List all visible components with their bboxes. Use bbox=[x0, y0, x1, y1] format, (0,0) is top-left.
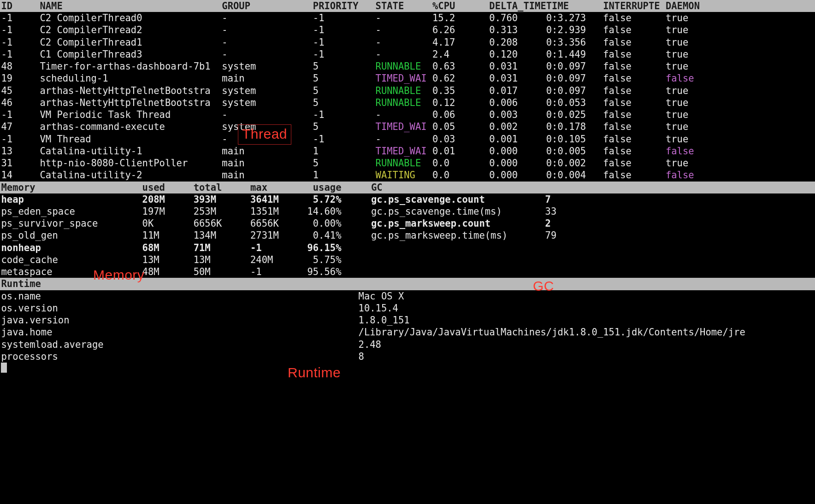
thread-state: - bbox=[376, 12, 432, 24]
mem-used: 48M bbox=[142, 266, 194, 278]
gc-row: gc.ps_marksweep.time(ms)79 bbox=[369, 229, 815, 241]
thread-delta: 0.120 bbox=[489, 48, 546, 60]
memory-row: ps_eden_space197M253M1351M14.60% bbox=[0, 205, 369, 217]
th-daemon: DAEMON bbox=[666, 0, 700, 12]
thread-name: C2 CompilerThread0 bbox=[40, 12, 222, 24]
thread-state: - bbox=[376, 24, 432, 36]
thread-time: 0:0.105 bbox=[546, 133, 603, 145]
thread-interrupted: false bbox=[603, 109, 666, 121]
memory-row: ps_survivor_space0K6656K6656K0.00% bbox=[0, 217, 369, 229]
thread-daemon: true bbox=[666, 121, 700, 133]
mem-total: 50M bbox=[194, 266, 250, 278]
gc-row: gc.ps_scavenge.count7 bbox=[369, 193, 815, 205]
thread-group: main bbox=[222, 169, 313, 181]
thread-group: main bbox=[222, 72, 313, 84]
thread-name: arthas-command-execute bbox=[40, 121, 222, 133]
runtime-value: Mac OS X bbox=[359, 290, 815, 302]
runtime-row: os.version10.15.4 bbox=[0, 302, 815, 314]
thread-daemon: true bbox=[666, 24, 700, 36]
thread-group: system bbox=[222, 85, 313, 97]
thread-name: arthas-NettyHttpTelnetBootstra bbox=[40, 97, 222, 109]
thread-state: TIMED_WAI bbox=[376, 121, 432, 133]
mem-used: 11M bbox=[142, 229, 194, 241]
thread-delta: 0.006 bbox=[489, 97, 546, 109]
runtime-value: 8 bbox=[359, 351, 815, 363]
mem-total: 253M bbox=[194, 205, 250, 217]
thread-priority: -1 bbox=[313, 133, 376, 145]
thread-id: 31 bbox=[0, 157, 40, 169]
thread-daemon: true bbox=[666, 36, 700, 48]
thread-delta: 0.017 bbox=[489, 85, 546, 97]
thread-id: 47 bbox=[0, 121, 40, 133]
gc-value: 7 bbox=[545, 193, 614, 205]
gc-value: 79 bbox=[545, 229, 614, 241]
mem-usage: 14.60% bbox=[307, 205, 353, 217]
mem-name: ps_eden_space bbox=[0, 205, 142, 217]
memory-row: ps_old_gen11M134M2731M0.41% bbox=[0, 229, 369, 241]
mem-usage: 95.56% bbox=[307, 266, 353, 278]
thread-group: - bbox=[222, 24, 313, 36]
gc-name: gc.ps_scavenge.count bbox=[369, 193, 545, 205]
runtime-key: os.version bbox=[0, 302, 359, 314]
mem-used: 13M bbox=[142, 254, 194, 266]
thread-delta: 0.313 bbox=[489, 24, 546, 36]
thread-cpu: 0.12 bbox=[432, 97, 489, 109]
runtime-key: os.name bbox=[0, 290, 359, 302]
thread-id: 13 bbox=[0, 145, 40, 157]
thread-time: 0:3.273 bbox=[546, 12, 603, 24]
thread-cpu: 0.03 bbox=[432, 133, 489, 145]
thread-name: Catalina-utility-1 bbox=[40, 145, 222, 157]
thread-interrupted: false bbox=[603, 24, 666, 36]
thread-cpu: 0.05 bbox=[432, 121, 489, 133]
thread-daemon: true bbox=[666, 12, 700, 24]
mem-max: 6656K bbox=[250, 217, 307, 229]
thread-state: - bbox=[376, 48, 432, 60]
thread-id: 46 bbox=[0, 97, 40, 109]
prompt-row[interactable] bbox=[0, 363, 815, 373]
thread-delta: 0.031 bbox=[489, 72, 546, 84]
thread-priority: -1 bbox=[313, 24, 376, 36]
thread-id: 48 bbox=[0, 60, 40, 72]
thread-row: -1VM Thread--1-0.030.0010:0.105falsetrue bbox=[0, 133, 815, 145]
thread-id: 14 bbox=[0, 169, 40, 181]
mem-name: code_cache bbox=[0, 254, 142, 266]
mem-name: heap bbox=[0, 193, 142, 205]
thread-group: - bbox=[222, 48, 313, 60]
thread-priority: -1 bbox=[313, 12, 376, 24]
th-cpu: %CPU bbox=[432, 0, 489, 12]
runtime-row: systemload.average2.48 bbox=[0, 339, 815, 351]
mem-total: 71M bbox=[194, 242, 250, 254]
gc-row: gc.ps_marksweep.count2 bbox=[369, 217, 815, 229]
thread-time: 0:0.005 bbox=[546, 145, 603, 157]
thread-interrupted: false bbox=[603, 97, 666, 109]
thread-priority: -1 bbox=[313, 109, 376, 121]
thread-time: 0:0.178 bbox=[546, 121, 603, 133]
thread-name: VM Thread bbox=[40, 133, 222, 145]
thread-daemon: false bbox=[666, 169, 700, 181]
thread-time: 0:0.025 bbox=[546, 109, 603, 121]
th-name: NAME bbox=[40, 0, 222, 12]
thread-delta: 0.001 bbox=[489, 133, 546, 145]
thread-state: WAITING bbox=[376, 169, 432, 181]
gc-value: 2 bbox=[545, 217, 614, 229]
th-interrupt: INTERRUPTE bbox=[603, 0, 666, 12]
gc-value: 33 bbox=[545, 205, 614, 217]
thread-row: -1C1 CompilerThread3--1-2.40.1200:1.449f… bbox=[0, 48, 815, 60]
thread-priority: 5 bbox=[313, 72, 376, 84]
thread-id: -1 bbox=[0, 24, 40, 36]
thread-cpu: 0.62 bbox=[432, 72, 489, 84]
memory-row: code_cache13M13M240M5.75% bbox=[0, 254, 369, 266]
thread-daemon: true bbox=[666, 60, 700, 72]
mem-used: 197M bbox=[142, 205, 194, 217]
thread-delta: 0.031 bbox=[489, 60, 546, 72]
thread-group: - bbox=[222, 12, 313, 24]
mem-name: metaspace bbox=[0, 266, 142, 278]
runtime-row: java.home/Library/Java/JavaVirtualMachin… bbox=[0, 326, 815, 338]
runtime-row: java.version1.8.0_151 bbox=[0, 314, 815, 326]
mem-usage: 5.72% bbox=[307, 193, 353, 205]
thread-name: scheduling-1 bbox=[40, 72, 222, 84]
th-delta: DELTA_TIME bbox=[489, 0, 546, 12]
thread-priority: -1 bbox=[313, 48, 376, 60]
thread-row: -1C2 CompilerThread1--1-4.170.2080:3.356… bbox=[0, 36, 815, 48]
th-id: ID bbox=[0, 0, 40, 12]
